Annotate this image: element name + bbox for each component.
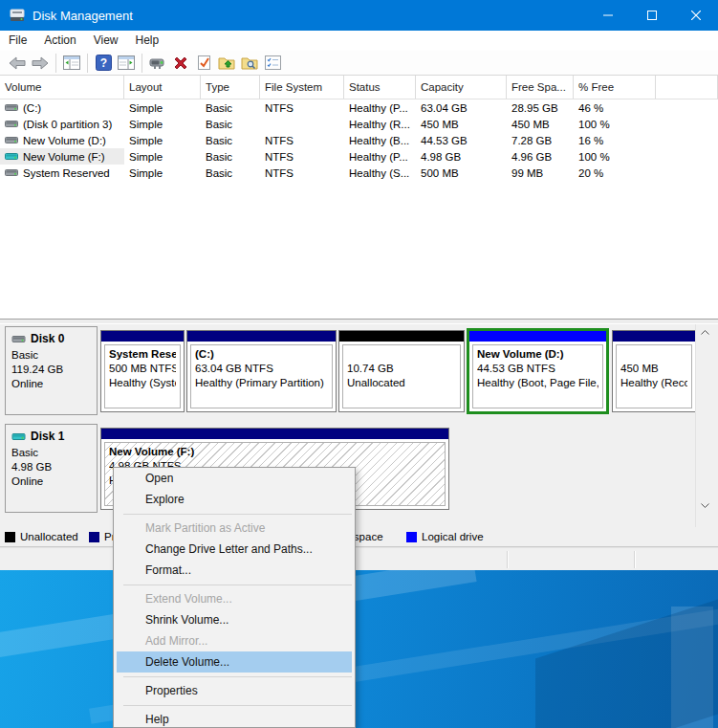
legend-bar: Unallocated Primary partition Free space… [0, 527, 718, 547]
legend-unallocated: Unallocated [5, 531, 78, 542]
toolbar-separator [87, 54, 88, 73]
volume-pct: 100 % [574, 116, 656, 132]
column-header-pctfree[interactable]: % Free [574, 76, 656, 99]
menu-file[interactable]: File [0, 31, 35, 51]
partition-title: New Volume (D:) [477, 347, 598, 362]
back-icon[interactable] [6, 53, 29, 74]
table-row-volume-f-selected[interactable]: New Volume (F:) Simple Basic NTFS Health… [0, 148, 718, 165]
open-folder-icon[interactable] [215, 53, 238, 74]
disk-type: Basic [11, 446, 97, 460]
menu-item-format[interactable]: Format... [114, 560, 355, 581]
toolbar-separator [141, 54, 142, 73]
partition-system-reserved[interactable]: System Reserved 500 MB NTFS Healthy (Sys… [100, 330, 185, 412]
table-row-volume-d[interactable]: New Volume (D:) Simple Basic NTFS Health… [0, 132, 718, 148]
explore-folder-icon[interactable] [238, 53, 261, 74]
disk1-info-box[interactable]: Disk 1 Basic 4.98 GB Online [5, 424, 98, 513]
toolbar: ? [0, 51, 718, 76]
column-header-status[interactable]: Status [344, 76, 416, 99]
partition-status: Healthy (Primary Partition) [195, 376, 328, 390]
maximize-button[interactable] [630, 0, 674, 31]
volume-pct: 20 % [574, 165, 656, 181]
volume-free: 450 MB [507, 116, 574, 132]
partition-stripe [469, 331, 606, 342]
forward-icon[interactable] [29, 53, 52, 74]
minimize-button[interactable] [586, 0, 630, 31]
volume-layout: Simple [124, 116, 201, 132]
column-header-capacity[interactable]: Capacity [416, 76, 507, 99]
volume-drive-icon [5, 168, 18, 177]
mark-partition-icon[interactable] [192, 53, 215, 74]
menu-item-explore[interactable]: Explore [114, 489, 355, 510]
volume-free: 7.28 GB [507, 132, 574, 148]
partition-d-selected[interactable]: New Volume (D:) 44.53 GB NTFS Healthy (B… [467, 328, 609, 414]
disk-status: Online [11, 474, 97, 489]
partition-unallocated[interactable]: 10.74 GB Unallocated [338, 330, 465, 412]
menu-separator [114, 581, 355, 588]
show-action-pane-icon[interactable] [115, 53, 138, 74]
table-row-system-reserved[interactable]: System Reserved Simple Basic NTFS Health… [0, 165, 718, 181]
disk-management-window: Disk Management File Action View Help [0, 0, 718, 728]
disk-icon-selected [11, 432, 26, 441]
disk-viewer-icon[interactable] [146, 53, 169, 74]
volume-capacity: 44.53 GB [416, 132, 507, 148]
menu-item-extend-volume: Extend Volume... [114, 588, 355, 609]
partition-stripe [339, 331, 464, 342]
show-console-tree-icon[interactable] [60, 53, 83, 74]
menu-item-shrink-volume[interactable]: Shrink Volume... [114, 609, 355, 630]
column-header-type[interactable]: Type [201, 76, 260, 99]
menu-action[interactable]: Action [35, 31, 84, 51]
table-row-volume-c[interactable]: (C:) Simple Basic NTFS Healthy (P... 63.… [0, 99, 718, 116]
menu-item-open[interactable]: Open [114, 468, 355, 489]
volume-name: System Reserved [23, 167, 110, 179]
volume-fs [260, 116, 344, 132]
partition-stripe [187, 331, 336, 342]
table-row-disk0-partition3[interactable]: (Disk 0 partition 3) Simple Basic Health… [0, 116, 718, 132]
menu-help[interactable]: Help [127, 31, 168, 51]
volume-pct: 100 % [574, 148, 656, 165]
volume-fs: NTFS [260, 165, 344, 181]
disk-name: Disk 0 [31, 332, 64, 345]
help-icon[interactable]: ? [92, 53, 115, 74]
partition-status: Healthy (Reco [620, 376, 687, 390]
disk0-info-box[interactable]: Disk 0 Basic 119.24 GB Online [5, 326, 98, 415]
volume-layout: Simple [124, 165, 201, 181]
scroll-up-icon[interactable] [696, 324, 714, 341]
partition-title: (C:) [195, 347, 328, 362]
volume-drive-icon [5, 103, 18, 112]
volume-status: Healthy (R... [344, 116, 416, 132]
column-header-volume[interactable]: Volume [0, 76, 124, 99]
delete-volume-icon[interactable] [169, 53, 192, 74]
partition-size: 63.04 GB NTFS [195, 362, 328, 376]
column-header-layout[interactable]: Layout [124, 76, 201, 99]
volume-capacity: 500 MB [416, 165, 507, 181]
menu-bar: File Action View Help [0, 31, 718, 52]
vertical-scrollbar[interactable] [695, 324, 714, 527]
close-button[interactable] [674, 0, 718, 31]
volume-type: Basic [201, 132, 260, 148]
menu-item-help[interactable]: Help [114, 709, 355, 728]
toolbar-separator [55, 54, 56, 73]
disk-size: 4.98 GB [11, 460, 97, 474]
partition-stripe [613, 331, 695, 342]
partition-size: 10.74 GB [347, 362, 456, 376]
partition-recovery[interactable]: 450 MB Healthy (Reco [612, 330, 696, 412]
column-header-filesystem[interactable]: File System [260, 76, 344, 99]
volume-pct: 16 % [574, 132, 656, 148]
volume-list-header: Volume Layout Type File System Status Ca… [0, 76, 718, 99]
menu-item-properties[interactable]: Properties [114, 680, 355, 701]
menu-view[interactable]: View [85, 31, 127, 51]
volume-context-menu: Open Explore Mark Partition as Active Ch… [113, 467, 356, 728]
partition-c[interactable]: (C:) 63.04 GB NTFS Healthy (Primary Part… [186, 330, 337, 412]
volume-pct: 46 % [574, 99, 656, 116]
volume-status: Healthy (P... [344, 99, 416, 116]
graphical-view-pane: Disk 0 Basic 119.24 GB Online System Res… [0, 324, 718, 527]
menu-item-add-mirror: Add Mirror... [114, 630, 355, 651]
disk-type: Basic [11, 348, 97, 363]
menu-item-change-drive-letter[interactable]: Change Drive Letter and Paths... [114, 539, 355, 560]
unallocated-swatch [5, 532, 15, 542]
menu-item-delete-volume[interactable]: Delete Volume... [117, 651, 352, 673]
volume-type: Basic [201, 99, 260, 116]
scroll-down-icon[interactable] [696, 497, 714, 514]
properties-list-icon[interactable] [261, 53, 284, 74]
column-header-freespace[interactable]: Free Spa... [507, 76, 574, 99]
